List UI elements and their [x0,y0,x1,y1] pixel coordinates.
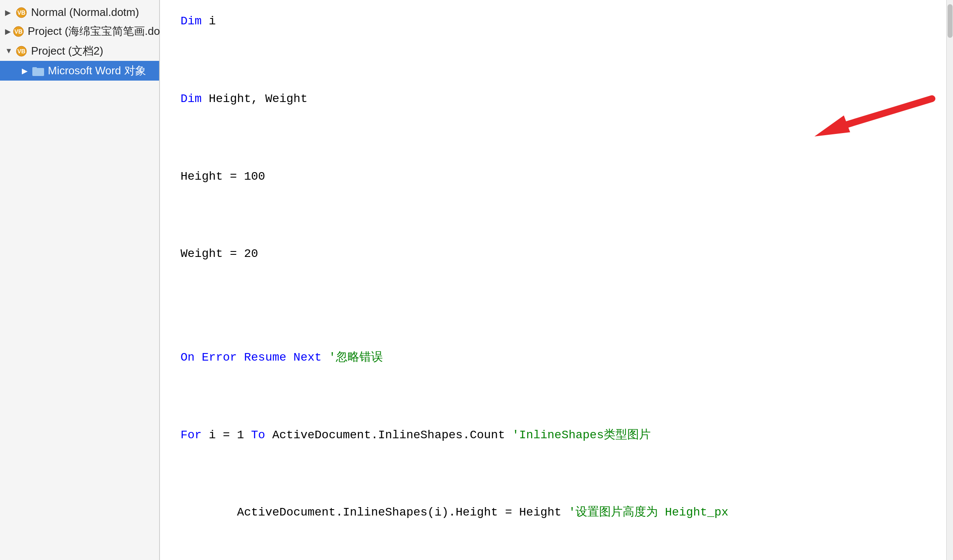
vba-icon-normal: VB [15,6,28,19]
tree-arrow-doc2: ▼ [5,47,13,55]
code-line-height-set: ActiveDocument.InlineShapes(i).Height = … [181,500,936,526]
code-line-empty-15 [181,551,936,560]
code-line-weight: Weight = 20 [181,241,936,267]
vba-icon-doc2: VB [15,45,28,58]
tree-arrow-msword: ▶ [22,66,30,76]
code-line-on-error: On Error Resume Next '忽略错误 [181,345,936,371]
code-line-empty-1 [181,34,936,60]
svg-text:VB: VB [14,28,22,35]
scrollbar[interactable] [946,0,953,560]
code-line-empty-7 [181,267,936,293]
code-line-empty-9 [181,319,936,345]
code-line-empty-8 [181,293,936,319]
code-line-empty-10 [181,370,936,396]
svg-text:VB: VB [17,48,25,55]
code-line-empty-3 [181,112,936,138]
code-line-empty-12 [181,448,936,474]
sidebar-item-ms-word[interactable]: ▶ Microsoft Word 对象 [0,61,159,81]
sidebar-item-spongebob[interactable]: ▶ VB Project (海绵宝宝简笔画.docx) [0,21,159,41]
tree-arrow-spongebob: ▶ [5,27,11,36]
code-line-1: Dim i [181,8,936,34]
sidebar-item-label-msword: Microsoft Word 对象 [48,63,146,78]
code-line-empty-11 [181,396,936,422]
sidebar-item-label-doc2: Project (文档2) [31,44,103,58]
code-line-empty-13 [181,474,936,500]
code-line-empty-5 [181,189,936,215]
code-editor: Dim i Dim Height, Weight Height = 100 We… [160,0,953,560]
code-line-empty-14 [181,526,936,552]
code-line-dim-hw: Dim Height, Weight [181,86,936,112]
svg-rect-7 [32,67,37,70]
sidebar-item-label-spongebob: Project (海绵宝宝简笔画.docx) [28,24,175,39]
scrollbar-thumb[interactable] [948,4,953,38]
code-line-empty-2 [181,60,936,86]
tree-arrow-normal: ▶ [5,8,13,17]
sidebar-item-doc2[interactable]: ▼ VB Project (文档2) [0,41,159,61]
code-line-empty-6 [181,215,936,241]
vba-icon-spongebob: VB [13,25,24,38]
sidebar: ▶ VB Normal (Normal.dotm) ▶ VB Project (… [0,0,160,560]
code-line-empty-4 [181,138,936,164]
sidebar-item-normal[interactable]: ▶ VB Normal (Normal.dotm) [0,3,159,21]
code-line-for1: For i = 1 To ActiveDocument.InlineShapes… [181,422,936,448]
sidebar-item-label-normal: Normal (Normal.dotm) [31,6,139,19]
folder-icon-msword [32,65,45,77]
code-area[interactable]: Dim i Dim Height, Weight Height = 100 We… [160,0,953,560]
code-line-height: Height = 100 [181,164,936,190]
svg-text:VB: VB [17,9,25,16]
